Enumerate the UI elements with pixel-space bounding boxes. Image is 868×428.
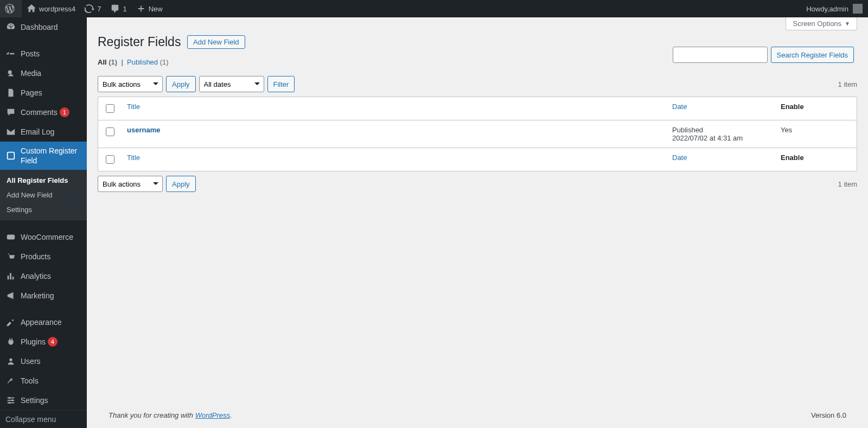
- sidebar-item-email-log[interactable]: Email Log: [0, 122, 87, 142]
- admin-footer: Thank you for creating with WordPress. V…: [98, 403, 857, 428]
- analytics-icon: [5, 271, 16, 282]
- sidebar-label: Users: [21, 357, 41, 366]
- media-icon: [5, 68, 16, 79]
- svg-point-8: [11, 399, 14, 401]
- add-new-field-button[interactable]: Add New Field: [187, 35, 245, 49]
- comments-menu[interactable]: 1: [105, 0, 131, 17]
- filter-button[interactable]: Filter: [267, 76, 295, 92]
- sidebar-item-pages[interactable]: Pages: [0, 83, 87, 103]
- screen-options-toggle[interactable]: Screen Options ▼: [786, 17, 857, 30]
- plugins-icon: [5, 336, 16, 347]
- marketing-icon: [5, 290, 16, 301]
- sidebar-label: Analytics: [21, 272, 51, 280]
- bulk-action-select-top[interactable]: Bulk actions: [98, 76, 163, 92]
- howdy-prefix: Howdy,: [806, 5, 829, 13]
- col-title-foot[interactable]: Title: [122, 148, 667, 171]
- sidebar-submenu: All Register Fields Add New Field Settin…: [0, 170, 87, 220]
- sidebar-item-plugins[interactable]: Plugins 4: [0, 332, 87, 352]
- tablenav-bottom: Bulk actions Apply 1 item: [98, 176, 857, 192]
- sidebar-label: Tools: [21, 376, 39, 385]
- col-date[interactable]: Date: [667, 97, 775, 120]
- bulk-apply-bottom[interactable]: Apply: [166, 176, 196, 192]
- bulk-apply-top[interactable]: Apply: [166, 76, 196, 92]
- search-box: Search Register Fields: [673, 47, 858, 63]
- sidebar-item-analytics[interactable]: Analytics: [0, 266, 87, 286]
- sidebar-label: Plugins: [21, 337, 46, 346]
- submenu-add-new-field[interactable]: Add New Field: [0, 188, 87, 202]
- row-date-value: 2022/07/02 at 4:31 am: [672, 134, 770, 142]
- tools-icon: [5, 375, 16, 386]
- site-name-menu[interactable]: wordpress4: [22, 0, 80, 17]
- admin-comments-icon: [110, 3, 120, 14]
- submenu-all-register-fields[interactable]: All Register Fields: [0, 173, 87, 188]
- select-all-bottom[interactable]: [106, 155, 114, 164]
- site-name-label: wordpress4: [39, 5, 75, 13]
- col-date-foot[interactable]: Date: [667, 148, 775, 171]
- status-filter: All (1) | Published (1): [98, 58, 245, 66]
- collapse-menu[interactable]: Collapse menu: [0, 410, 87, 428]
- sidebar-label: Dashboard: [21, 23, 58, 31]
- appearance-icon: [5, 317, 16, 328]
- screen-options-label: Screen Options: [793, 20, 841, 28]
- search-input[interactable]: [673, 47, 768, 63]
- avatar: [853, 4, 863, 14]
- products-icon: [5, 251, 16, 262]
- admin-bar: wordpress4 7 1 New Howdy, admin: [0, 0, 868, 17]
- new-content-menu[interactable]: New: [131, 0, 167, 17]
- svg-point-0: [8, 70, 12, 74]
- sidebar-item-tools[interactable]: Tools: [0, 371, 87, 391]
- col-title[interactable]: Title: [122, 97, 667, 120]
- account-menu[interactable]: Howdy, admin: [801, 0, 868, 17]
- submenu-settings[interactable]: Settings: [0, 202, 87, 217]
- svg-point-7: [9, 397, 11, 399]
- bulk-action-select-bottom[interactable]: Bulk actions: [98, 176, 163, 192]
- sidebar-label: Marketing: [21, 291, 54, 300]
- select-all-top[interactable]: [106, 104, 114, 113]
- sidebar-item-appearance[interactable]: Appearance: [0, 312, 87, 332]
- sidebar-item-dashboard[interactable]: Dashboard: [0, 17, 87, 37]
- main-content: Screen Options ▼ Register Fields Add New…: [87, 17, 868, 428]
- search-submit-button[interactable]: Search Register Fields: [771, 47, 854, 63]
- sidebar-item-products[interactable]: Products: [0, 247, 87, 266]
- footer-thankyou: Thank you for creating with: [108, 411, 195, 419]
- filter-all[interactable]: All (1): [98, 58, 119, 66]
- sidebar-label: Media: [21, 69, 41, 78]
- sidebar-label: Email Log: [21, 127, 54, 136]
- email-icon: [5, 126, 16, 137]
- sidebar-item-custom-register-field[interactable]: Custom Register Field: [0, 142, 87, 170]
- sidebar-item-woocommerce[interactable]: WooCommerce: [0, 227, 87, 247]
- sidebar-label: Products: [21, 252, 50, 261]
- updates-icon: [84, 3, 95, 14]
- updates-menu[interactable]: 7: [80, 0, 105, 17]
- comments-badge: 1: [60, 107, 69, 117]
- chevron-down-icon: ▼: [845, 21, 850, 27]
- sidebar-item-posts[interactable]: Posts: [0, 44, 87, 63]
- sidebar-label: Custom Register Field: [21, 146, 81, 165]
- svg-rect-2: [7, 235, 15, 240]
- row-enable-value: Yes: [775, 120, 857, 148]
- svg-point-3: [9, 359, 12, 361]
- wp-logo-menu[interactable]: [0, 0, 22, 17]
- sidebar-label: Settings: [21, 396, 48, 405]
- collapse-label: Collapse menu: [5, 415, 56, 424]
- woocommerce-icon: [5, 232, 16, 242]
- items-count-bottom: 1 item: [838, 180, 857, 188]
- sidebar-label: Posts: [21, 49, 40, 58]
- wordpress-logo-icon: [4, 3, 15, 14]
- sidebar-item-comments[interactable]: Comments 1: [0, 103, 87, 122]
- sidebar-item-users[interactable]: Users: [0, 352, 87, 371]
- footer-wordpress-link[interactable]: WordPress: [195, 411, 230, 419]
- sidebar-item-marketing[interactable]: Marketing: [0, 286, 87, 305]
- admin-comments-count: 1: [123, 5, 126, 13]
- sidebar-label: Pages: [21, 88, 42, 97]
- admin-sidebar: Dashboard Posts Media Pages Comments 1 E…: [0, 17, 87, 428]
- sidebar-label: WooCommerce: [21, 233, 73, 241]
- col-enable: Enable: [775, 97, 857, 120]
- row-checkbox[interactable]: [106, 127, 114, 136]
- sidebar-item-media[interactable]: Media: [0, 63, 87, 83]
- row-title-link[interactable]: username: [127, 126, 160, 134]
- date-filter-select[interactable]: All dates: [199, 76, 264, 92]
- table-row: username Published 2022/07/02 at 4:31 am…: [98, 120, 857, 148]
- sidebar-item-settings[interactable]: Settings: [0, 391, 87, 410]
- filter-published[interactable]: Published (1): [127, 58, 169, 66]
